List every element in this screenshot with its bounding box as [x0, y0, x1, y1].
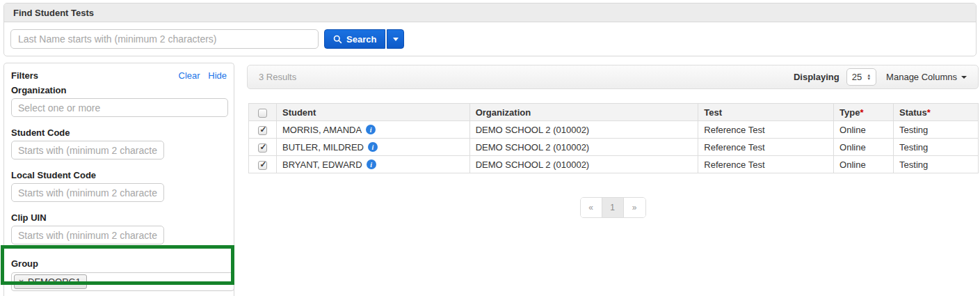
student-name: BUTLER, MILDRED: [282, 142, 364, 153]
test-cell: Reference Test: [698, 156, 834, 173]
last-name-search-input[interactable]: [10, 29, 319, 49]
organization-cell: DEMO SCHOOL 2 (010002): [469, 139, 698, 156]
status-cell: Testing: [894, 156, 979, 173]
pagination-next-button[interactable]: »: [624, 198, 645, 217]
search-button-group: Search: [324, 29, 404, 49]
local-student-code-filter-label: Local Student Code: [11, 170, 227, 180]
type-cell: Online: [834, 139, 894, 156]
pagination-prev-button[interactable]: «: [581, 198, 602, 217]
group-filter-input[interactable]: × DEMOORG1: [11, 272, 234, 291]
panel-title: Find Student Tests: [4, 3, 976, 22]
group-filter-label: Group: [11, 258, 227, 269]
status-cell: Testing: [894, 139, 979, 156]
clear-filters-link[interactable]: Clear: [179, 70, 200, 81]
pagination-container: « 1 »: [247, 197, 979, 218]
results-toolbar-right: Displaying 25 ▲▼ Manage Columns: [794, 68, 967, 86]
student-name: BRYANT, EDWARD: [282, 159, 362, 170]
row-checkbox[interactable]: [258, 143, 267, 153]
local-student-code-filter-input[interactable]: [11, 183, 164, 202]
info-icon[interactable]: i: [367, 159, 376, 169]
search-icon: [333, 35, 342, 44]
table-header-row: Student Organization Test Type* Status*: [249, 104, 979, 121]
test-cell: Reference Test: [698, 121, 834, 139]
table-row: MORRIS, AMANDAi DEMO SCHOOL 2 (010002) R…: [249, 121, 979, 139]
column-header-status[interactable]: Status*: [894, 104, 979, 121]
student-code-filter-input[interactable]: [11, 141, 164, 159]
page-size-select[interactable]: 25 ▲▼: [846, 68, 876, 86]
find-student-tests-page: Find Student Tests Search Filters: [0, 0, 980, 296]
select-stepper-icon: ▲▼: [867, 74, 871, 81]
filters-title: Filters: [11, 70, 38, 81]
row-checkbox[interactable]: [258, 126, 267, 135]
column-header-student[interactable]: Student: [276, 104, 469, 121]
column-header-type[interactable]: Type*: [834, 104, 894, 121]
pagination-page-1-button[interactable]: 1: [602, 198, 624, 217]
test-cell: Reference Test: [698, 139, 834, 156]
column-header-organization[interactable]: Organization: [469, 104, 698, 121]
clip-uin-filter-input[interactable]: [11, 226, 164, 244]
status-cell: Testing: [894, 121, 979, 139]
student-code-filter-label: Student Code: [11, 127, 227, 138]
type-cell: Online: [834, 156, 894, 173]
group-tag-demoorg1[interactable]: × DEMOORG1: [14, 274, 87, 289]
manage-columns-dropdown[interactable]: Manage Columns: [886, 72, 967, 82]
search-options-dropdown-button[interactable]: [387, 29, 404, 49]
filters-sidebar: Filters Clear Hide Organization Student …: [3, 63, 234, 296]
type-cell: Online: [834, 121, 894, 139]
organization-filter-label: Organization: [11, 85, 227, 95]
page-size-value: 25: [852, 72, 862, 82]
filters-actions: Clear Hide: [173, 70, 227, 81]
group-tag-label: DEMOORG1: [28, 276, 81, 287]
select-all-checkbox[interactable]: [258, 109, 267, 118]
required-marker: *: [927, 107, 931, 118]
manage-columns-label: Manage Columns: [886, 72, 957, 82]
organization-cell: DEMO SCHOOL 2 (010002): [469, 121, 698, 139]
find-student-tests-panel: Find Student Tests Search: [3, 3, 977, 56]
info-icon[interactable]: i: [366, 125, 376, 134]
search-bar: Search: [4, 22, 976, 56]
student-tests-table: Student Organization Test Type* Status* …: [248, 103, 979, 173]
row-checkbox[interactable]: [258, 161, 267, 170]
caret-down-icon: [961, 76, 967, 79]
results-count: 3 Results: [259, 72, 296, 82]
table-row: BUTLER, MILDREDi DEMO SCHOOL 2 (010002) …: [249, 139, 979, 156]
student-name: MORRIS, AMANDA: [282, 125, 362, 135]
results-toolbar: 3 Results Displaying 25 ▲▼ Manage Column…: [247, 65, 979, 89]
pagination: « 1 »: [580, 197, 646, 218]
filters-header: Filters Clear Hide: [11, 70, 227, 81]
caret-down-icon: [393, 38, 399, 41]
organization-filter-input[interactable]: [11, 98, 228, 117]
hide-filters-link[interactable]: Hide: [208, 70, 227, 81]
info-icon[interactable]: i: [368, 142, 378, 152]
organization-cell: DEMO SCHOOL 2 (010002): [469, 156, 698, 173]
table-row: BRYANT, EDWARDi DEMO SCHOOL 2 (010002) R…: [249, 156, 979, 173]
column-header-test[interactable]: Test: [698, 104, 834, 121]
clip-uin-filter-label: Clip UIN: [11, 212, 227, 223]
remove-tag-icon[interactable]: ×: [19, 277, 24, 287]
required-marker: *: [860, 107, 864, 118]
displaying-label: Displaying: [794, 72, 840, 82]
search-button-label: Search: [346, 34, 376, 45]
search-button[interactable]: Search: [324, 29, 385, 49]
